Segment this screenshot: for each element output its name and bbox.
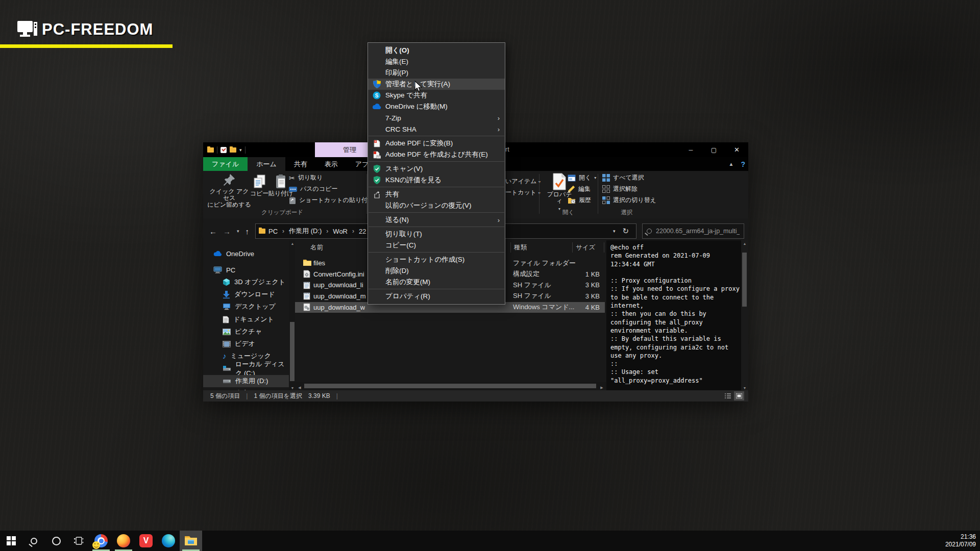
forward-button[interactable]: → bbox=[223, 227, 231, 236]
sidebar-item-videos[interactable]: ビデオ bbox=[203, 338, 289, 350]
properties-qat-icon[interactable] bbox=[220, 147, 227, 153]
menu-item-rename[interactable]: 名前の変更(M) bbox=[368, 277, 505, 288]
recent-locations-chevron-icon[interactable]: ▾ bbox=[237, 229, 239, 234]
taskbar-app-vivaldi[interactable]: V bbox=[135, 531, 157, 551]
minimize-button[interactable]: ─ bbox=[679, 142, 702, 157]
tab-share[interactable]: 共有 bbox=[285, 157, 316, 171]
menu-item-open[interactable]: 開く(O) bbox=[368, 45, 505, 56]
taskbar-search-button[interactable] bbox=[22, 531, 45, 551]
menu-item-7zip[interactable]: 7-Zip› bbox=[368, 112, 505, 123]
column-header-name[interactable]: 名前 bbox=[310, 243, 323, 252]
back-button[interactable]: ← bbox=[209, 227, 217, 236]
new-item-button[interactable]: いアイテム ▾ bbox=[505, 177, 541, 186]
menu-item-create-and-share-adobe-pdf[interactable]: Adobe PDF を作成および共有(E) bbox=[368, 149, 505, 160]
start-button[interactable] bbox=[0, 531, 22, 551]
sidebar-item-onedrive[interactable]: OneDrive bbox=[203, 247, 289, 260]
maximize-button[interactable]: ▢ bbox=[702, 142, 725, 157]
invert-selection-button[interactable]: 選択の切り替え bbox=[602, 196, 656, 205]
history-button[interactable]: 履歴 bbox=[568, 196, 591, 205]
sidebar-item-work-disk-d[interactable]: 作業用 (D:) bbox=[203, 375, 289, 387]
taskbar-app-firefox[interactable] bbox=[112, 531, 135, 551]
menu-item-edit[interactable]: 編集(E) bbox=[368, 56, 505, 67]
menu-item-move-to-onedrive[interactable]: OneDrive に移動(M) bbox=[368, 101, 505, 112]
large-icons-view-icon[interactable] bbox=[734, 391, 744, 400]
cortana-button[interactable] bbox=[45, 531, 67, 551]
menu-item-print[interactable]: 印刷(P) bbox=[368, 67, 505, 79]
quick-access-toolbar[interactable]: ▾ bbox=[203, 142, 246, 157]
taskbar-app-explorer[interactable] bbox=[180, 531, 202, 551]
paste-shortcut-button[interactable]: ショートカットの貼り付け bbox=[289, 196, 374, 205]
preview-scrollbar[interactable]: ▲ ▼ bbox=[741, 240, 748, 391]
menu-item-scan[interactable]: スキャン(V) bbox=[368, 163, 505, 174]
menu-item-run-as-administrator[interactable]: 管理者として実行(A) bbox=[368, 79, 505, 90]
menu-item-convert-to-adobe-pdf[interactable]: Adobe PDF に変換(B) bbox=[368, 138, 505, 149]
breadcrumb-segment[interactable]: PC bbox=[268, 228, 278, 235]
open-button[interactable]: 開く ▾ bbox=[568, 173, 596, 182]
help-icon[interactable]: ? bbox=[741, 160, 745, 168]
tab-file[interactable]: ファイル bbox=[203, 157, 248, 171]
menu-item-restore-previous-versions[interactable]: 以前のバージョンの復元(V) bbox=[368, 200, 505, 211]
select-group-label: 選択 bbox=[599, 209, 655, 216]
scroll-up-icon[interactable]: ▲ bbox=[289, 240, 295, 247]
menu-item-crc-sha[interactable]: CRC SHA› bbox=[368, 123, 505, 135]
new-folder-icon[interactable] bbox=[230, 147, 236, 153]
sidebar-item-local-disk-c[interactable]: ローカル ディスク (C:) bbox=[203, 363, 289, 375]
details-view-icon[interactable] bbox=[723, 391, 733, 400]
close-button[interactable]: ✕ bbox=[725, 142, 748, 157]
copy-path-button[interactable]: パスのコピー bbox=[289, 185, 337, 193]
sidebar-item-desktop[interactable]: デスクトップ bbox=[203, 300, 289, 313]
preview-text: @echo off rem Generated on 2021-07-09 12… bbox=[610, 243, 740, 385]
edge-icon bbox=[162, 534, 175, 547]
menu-item-copy[interactable]: コピー(C) bbox=[368, 240, 505, 251]
menu-item-cut[interactable]: 切り取り(T) bbox=[368, 229, 505, 240]
column-header-type[interactable]: 種類 bbox=[514, 243, 527, 252]
sidebar-item-documents[interactable]: ドキュメント bbox=[203, 313, 289, 325]
search-box[interactable] bbox=[642, 223, 744, 239]
scrollbar-thumb[interactable] bbox=[304, 384, 596, 388]
menu-separator bbox=[369, 161, 504, 162]
taskbar-app-chrome[interactable] bbox=[90, 531, 112, 551]
refresh-icon[interactable]: ↻ bbox=[622, 227, 629, 236]
file-explorer-icon bbox=[184, 535, 198, 546]
tab-home[interactable]: ホーム bbox=[248, 157, 285, 171]
cut-button[interactable]: ✂ 切り取り bbox=[289, 173, 323, 182]
select-none-button[interactable]: 選択解除 bbox=[602, 185, 638, 193]
sidebar-item-3d-objects[interactable]: 3D オブジェクト bbox=[203, 276, 289, 288]
scrollbar-thumb[interactable] bbox=[742, 253, 747, 307]
sidebar-item-downloads[interactable]: ダウンロード bbox=[203, 288, 289, 300]
folder-icon[interactable] bbox=[207, 147, 214, 153]
search-input[interactable] bbox=[656, 228, 740, 235]
tab-view[interactable]: 表示 bbox=[316, 157, 347, 171]
taskbar-app-edge[interactable] bbox=[157, 531, 180, 551]
qat-customize-chevron-icon[interactable]: ▾ bbox=[239, 147, 242, 153]
taskbar-clock[interactable]: 21:36 2021/07/09 bbox=[945, 531, 976, 551]
ini-file-icon bbox=[303, 270, 311, 278]
sidebar-item-pictures[interactable]: ピクチャ bbox=[203, 325, 289, 338]
collapse-ribbon-chevron-icon[interactable]: ▲ bbox=[729, 161, 734, 167]
edit-button[interactable]: 編集 bbox=[568, 185, 591, 193]
sidebar-item-pc[interactable]: PC bbox=[203, 264, 289, 276]
easy-shortcut-button[interactable]: ートカット ▾ bbox=[505, 188, 540, 197]
up-button[interactable]: ↑ bbox=[246, 227, 250, 236]
breadcrumb-segment[interactable]: 作業用 (D:) bbox=[289, 227, 322, 236]
menu-item-send-to[interactable]: 送る(N)› bbox=[368, 214, 505, 226]
breadcrumb-segment[interactable]: WoR bbox=[333, 228, 348, 235]
task-view-button[interactable] bbox=[67, 531, 90, 551]
menu-item-properties[interactable]: プロパティ(R) bbox=[368, 291, 505, 302]
menu-item-ksn-reputation[interactable]: KSNの評価を見る bbox=[368, 174, 505, 186]
breadcrumb-segment[interactable]: 22 bbox=[359, 228, 366, 235]
address-history-chevron-icon[interactable]: ▾ bbox=[613, 229, 616, 234]
pin-to-quick-access-button[interactable]: クイック アクセス にピン留めする bbox=[207, 173, 251, 208]
select-all-button[interactable]: すべて選択 bbox=[602, 173, 644, 182]
horizontal-scrollbar[interactable]: ◀ ▶ bbox=[295, 382, 606, 390]
nav-scrollbar[interactable]: ▲ ▼ bbox=[289, 240, 295, 391]
column-header-size[interactable]: サイズ bbox=[576, 243, 595, 252]
menu-item-delete[interactable]: 削除(D) bbox=[368, 265, 505, 277]
menu-item-share[interactable]: 共有 bbox=[368, 189, 505, 200]
pushpin-icon bbox=[223, 173, 236, 187]
menu-item-create-shortcut[interactable]: ショートカットの作成(S) bbox=[368, 254, 505, 265]
search-icon bbox=[647, 229, 652, 234]
menu-item-share-skype[interactable]: S Skype で共有 bbox=[368, 90, 505, 101]
scroll-up-icon[interactable]: ▲ bbox=[741, 240, 748, 247]
scrollbar-thumb[interactable] bbox=[290, 322, 295, 381]
